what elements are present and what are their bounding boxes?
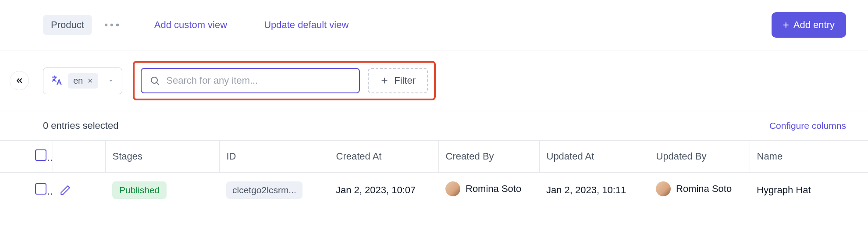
add-entry-button[interactable]: + Add entry bbox=[772, 12, 846, 38]
update-default-view-button[interactable]: Update default view bbox=[257, 16, 356, 34]
plus-icon bbox=[380, 76, 389, 85]
add-filter-button[interactable]: Filter bbox=[368, 68, 428, 93]
filter-bar: en ✕ Filter bbox=[0, 50, 868, 111]
header-name[interactable]: Name bbox=[750, 141, 868, 173]
more-horizontal-icon bbox=[104, 23, 119, 27]
pencil-icon bbox=[60, 184, 71, 196]
plus-icon: + bbox=[783, 20, 789, 30]
header-created-at[interactable]: Created At bbox=[329, 141, 438, 173]
created-at-cell: Jan 2, 2023, 10:07 bbox=[329, 173, 438, 208]
table-row[interactable]: Published clcetgo2lcsrm... Jan 2, 2023, … bbox=[0, 173, 868, 208]
svg-point-2 bbox=[116, 24, 119, 26]
stage-badge: Published bbox=[112, 181, 167, 199]
model-chip[interactable]: Product bbox=[43, 15, 92, 35]
search-input[interactable] bbox=[166, 75, 351, 86]
locale-chip: en ✕ bbox=[68, 73, 98, 89]
avatar bbox=[656, 181, 671, 196]
table-header-row: Stages ID Created At Created By Updated … bbox=[0, 141, 868, 173]
row-checkbox[interactable] bbox=[35, 183, 46, 195]
name-cell: Hygraph Hat bbox=[750, 173, 868, 208]
add-entry-label: Add entry bbox=[793, 19, 835, 31]
created-by-name: Romina Soto bbox=[466, 183, 521, 195]
created-by-cell: Romina Soto bbox=[445, 181, 521, 196]
svg-line-4 bbox=[157, 83, 159, 85]
configure-columns-button[interactable]: Configure columns bbox=[769, 121, 846, 131]
header-created-by[interactable]: Created By bbox=[438, 141, 539, 173]
updated-by-cell: Romina Soto bbox=[656, 181, 732, 196]
search-filter-highlight: Filter bbox=[133, 61, 436, 100]
locale-selector[interactable]: en ✕ bbox=[43, 67, 122, 94]
header-updated-by[interactable]: Updated By bbox=[649, 141, 750, 173]
more-menu-button[interactable] bbox=[99, 20, 125, 30]
search-icon bbox=[149, 75, 160, 86]
header-id[interactable]: ID bbox=[219, 141, 329, 173]
entry-id[interactable]: clcetgo2lcsrm... bbox=[226, 181, 302, 199]
header-stages[interactable]: Stages bbox=[105, 141, 219, 173]
chevrons-left-icon bbox=[15, 76, 24, 85]
add-custom-view-button[interactable]: Add custom view bbox=[147, 16, 234, 34]
header-checkbox-cell bbox=[0, 141, 53, 173]
edit-row-button[interactable] bbox=[60, 184, 98, 196]
language-icon bbox=[50, 74, 63, 87]
locale-code-label: en bbox=[73, 76, 83, 86]
filter-label: Filter bbox=[394, 75, 416, 86]
svg-point-1 bbox=[110, 24, 113, 26]
svg-point-0 bbox=[105, 24, 107, 26]
selection-count-label: 0 entries selected bbox=[43, 120, 118, 131]
collapse-sidebar-button[interactable] bbox=[10, 71, 29, 90]
remove-locale-button[interactable]: ✕ bbox=[87, 77, 93, 85]
header-updated-at[interactable]: Updated At bbox=[539, 141, 649, 173]
chevron-down-icon bbox=[107, 77, 115, 85]
entries-table: Stages ID Created At Created By Updated … bbox=[0, 141, 868, 208]
avatar bbox=[445, 181, 460, 196]
selection-row: 0 entries selected Configure columns bbox=[0, 111, 868, 141]
search-box[interactable] bbox=[141, 68, 360, 93]
header-edit-cell bbox=[53, 141, 105, 173]
updated-by-name: Romina Soto bbox=[676, 183, 732, 195]
svg-point-3 bbox=[151, 77, 157, 83]
topbar: Product Add custom view Update default v… bbox=[0, 0, 868, 50]
select-all-checkbox[interactable] bbox=[35, 149, 46, 161]
updated-at-cell: Jan 2, 2023, 10:11 bbox=[539, 173, 649, 208]
